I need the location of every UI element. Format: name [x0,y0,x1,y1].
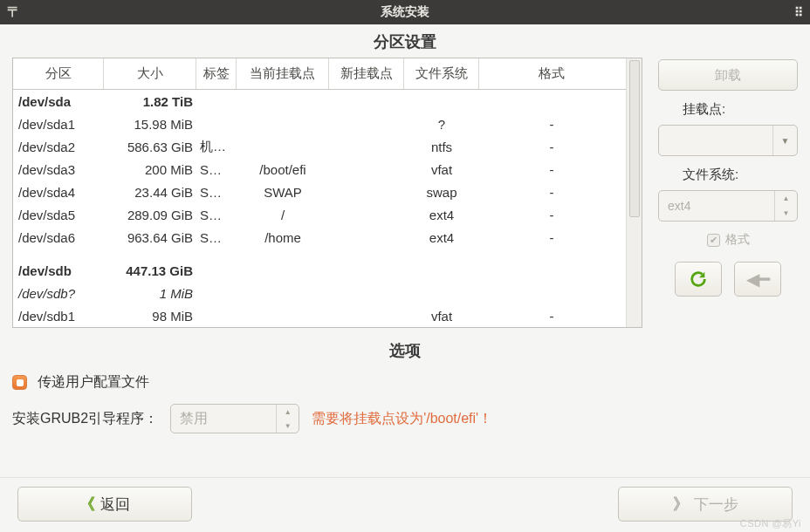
cell: 15.98 MiB [104,117,196,132]
table-row[interactable]: /dev/sda5289.09 GiBS…/ext4- [13,203,626,226]
col-current-mount[interactable]: 当前挂载点 [237,58,329,89]
spinner-icon: ▲▼ [276,405,299,433]
cell: /dev/sda [13,94,104,109]
scrollbar-thumb[interactable] [629,60,640,217]
apps-icon[interactable]: ⠿ [794,5,803,19]
col-new-mount[interactable]: 新挂载点 [329,58,404,89]
table-row[interactable]: /dev/sda423.44 GiBS…SWAPswap- [13,181,626,203]
cell: 1.82 TiB [104,94,196,109]
cell: 289.09 GiB [104,208,196,222]
transfer-user-config-checkbox[interactable]: 传递用户配置文件 [12,373,798,392]
checkbox-icon [12,375,27,390]
unmount-button[interactable]: 卸载 [658,59,798,91]
refresh-button[interactable] [675,262,722,297]
cell: / [237,208,329,222]
cell: 98 MiB [104,309,196,324]
scrollbar[interactable] [626,58,642,327]
format-label: 格式 [725,232,750,248]
mountpoint-select[interactable]: ▼ [658,125,798,156]
watermark: CSDN @易Yi [740,517,801,530]
cell: 586.63 GiB [104,140,196,154]
filesystem-label: 文件系统: [683,167,798,183]
table-row[interactable]: /dev/sdb?1 MiB [13,282,626,304]
cell: - [479,230,624,245]
cell: /dev/sda4 [13,185,104,200]
table-row[interactable]: /dev/sdb447.13 GiB [13,259,626,282]
cell: 1 MiB [104,286,196,301]
cell: 447.13 GiB [104,263,196,278]
cell: - [479,117,624,132]
chevron-right-icon: 》 [673,494,689,515]
col-partition[interactable]: 分区 [13,58,104,89]
menu-icon[interactable]: 〒 [7,3,21,22]
col-format[interactable]: 格式 [479,58,624,89]
cell: 23.44 GiB [104,185,196,200]
cell: SWAP [237,185,329,200]
chevron-left-icon: 《 [79,494,95,515]
side-panel: 卸载 挂载点: ▼ 文件系统: ext4 ▲▼ ✔ 格式 ◀━ [658,58,798,328]
back-arrow-button[interactable]: ◀━ [734,262,781,297]
cell: /dev/sdb [13,263,104,278]
grub-select[interactable]: 禁用 ▲▼ [170,404,299,433]
cell: - [479,309,624,324]
cell: S… [196,208,237,222]
cell: 963.64 GiB [104,230,196,245]
cell: vfat [404,162,479,177]
cell: /dev/sda3 [13,162,104,177]
checkbox-icon: ✔ [707,234,720,247]
table-header: 分区 大小 标签 当前挂载点 新挂载点 文件系统 格式 [13,58,626,90]
cell: /dev/sdb? [13,286,104,301]
titlebar: 〒 系统安装 ⠿ [0,0,810,24]
cell: swap [404,185,479,200]
arrow-left-icon: ◀━ [746,269,770,290]
grub-label: 安装GRUB2引导程序： [12,410,158,428]
cell: vfat [404,309,479,324]
partition-heading: 分区设置 [0,24,810,58]
cell: ext4 [404,208,479,222]
table-row[interactable]: /dev/sda2586.63 GiB机…ntfs- [13,135,626,158]
table-row[interactable]: /dev/sda1.82 TiB [13,90,626,113]
table-row[interactable]: /dev/sdb198 MiBvfat- [13,304,626,327]
grub-warning: 需要将挂载点设为'/boot/efi'！ [312,410,492,428]
back-label: 返回 [100,494,130,515]
cell: S… [196,185,237,200]
mountpoint-label: 挂载点: [683,101,798,118]
back-button[interactable]: 《 返回 [17,487,192,522]
refresh-icon [689,269,708,289]
col-label[interactable]: 标签 [196,58,237,89]
cell: ext4 [404,230,479,245]
cell: 200 MiB [104,162,196,177]
partition-table: 分区 大小 标签 当前挂载点 新挂载点 文件系统 格式 /dev/sda1.82… [12,58,642,328]
spinner-icon: ▲▼ [774,191,797,221]
next-label: 下一步 [694,494,738,515]
table-row[interactable]: /dev/sda3200 MiBS…/boot/efivfat- [13,158,626,181]
cell: /boot/efi [237,162,329,177]
cell: /dev/sda5 [13,208,104,222]
chevron-down-icon: ▼ [772,126,797,155]
cell: /home [237,230,329,245]
next-button[interactable]: 》 下一步 [618,487,793,522]
options-heading: 选项 [0,328,810,366]
transfer-label: 传递用户配置文件 [38,373,149,392]
format-checkbox[interactable]: ✔ 格式 [658,232,798,248]
col-filesystem[interactable]: 文件系统 [404,58,479,89]
cell: S… [196,230,237,245]
footer: 《 返回 》 下一步 [0,477,810,532]
cell: ? [404,117,479,132]
grub-value: 禁用 [171,410,276,428]
col-size[interactable]: 大小 [104,58,196,89]
cell: /dev/sda2 [13,140,104,154]
cell: - [479,140,624,154]
window-title: 系统安装 [0,4,810,20]
filesystem-value: ext4 [659,199,774,213]
cell: - [479,162,624,177]
table-row[interactable]: /dev/sda6963.64 GiBS…/homeext4- [13,226,626,249]
table-row[interactable]: /dev/sda115.98 MiB?- [13,113,626,135]
cell: ntfs [404,140,479,154]
cell: - [479,208,624,222]
cell: /dev/sda1 [13,117,104,132]
cell: /dev/sda6 [13,230,104,245]
filesystem-select[interactable]: ext4 ▲▼ [658,190,798,222]
cell: S… [196,162,237,177]
cell: - [479,185,624,200]
